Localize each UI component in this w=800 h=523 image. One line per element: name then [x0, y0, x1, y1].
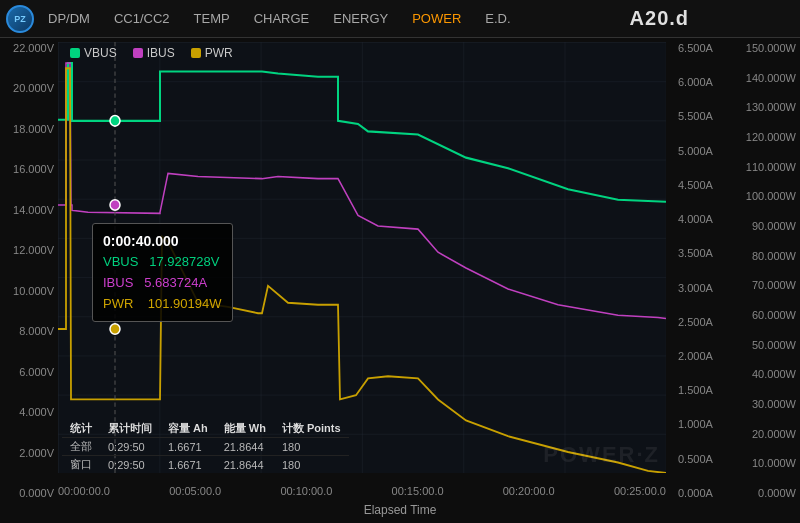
x-1: 00:05:00.0: [169, 485, 221, 497]
tooltip-vbus: VBUS 17.928728V: [103, 252, 222, 273]
y-left-11: 0.000V: [4, 487, 54, 499]
legend-vbus-dot: [70, 48, 80, 58]
stats-all-label: 全部: [62, 438, 100, 456]
logo-text: PZ: [14, 14, 26, 24]
y-left-2: 18.000V: [4, 123, 54, 135]
stats-col-0: 统计: [62, 420, 100, 438]
legend: VBUS IBUS PWR: [70, 46, 233, 60]
logo: PZ: [6, 5, 34, 33]
nav-dp-dm[interactable]: DP/DM: [38, 7, 100, 30]
y-axis-right: 6.500A 6.000A 5.500A 5.000A 4.500A 4.000…: [678, 38, 732, 523]
y-left-7: 8.000V: [4, 325, 54, 337]
stats-win-capacity: 1.6671: [160, 456, 216, 474]
legend-ibus-dot: [133, 48, 143, 58]
stats-col-2: 容量 Ah: [160, 420, 216, 438]
tooltip: 0:00:40.000 VBUS 17.928728V IBUS 5.68372…: [92, 223, 233, 322]
legend-pwr-label: PWR: [205, 46, 233, 60]
nav-power[interactable]: POWER: [402, 7, 471, 30]
x-axis-title: Elapsed Time: [364, 503, 437, 517]
tooltip-time: 0:00:40.000: [103, 230, 222, 252]
tooltip-pwr-val: 101.90194W: [148, 296, 222, 311]
nav-charge[interactable]: CHARGE: [244, 7, 320, 30]
tooltip-pwr-label: PWR: [103, 296, 133, 311]
y-axis-left: 22.000V 20.000V 18.000V 16.000V 14.000V …: [0, 38, 58, 523]
y-left-6: 10.000V: [4, 285, 54, 297]
tooltip-ibus-val: 5.683724A: [144, 275, 207, 290]
nav-cc1-cc2[interactable]: CC1/CC2: [104, 7, 180, 30]
stats-all-energy: 21.8644: [216, 438, 274, 456]
x-4: 00:20:00.0: [503, 485, 555, 497]
x-5: 00:25:00.0: [614, 485, 666, 497]
tooltip-ibus-label: IBUS: [103, 275, 133, 290]
y-left-1: 20.000V: [4, 82, 54, 94]
y-axis-far-right: 150.000W 140.000W 130.000W 120.000W 110.…: [734, 38, 800, 523]
nav-temp[interactable]: TEMP: [184, 7, 240, 30]
stats-row-window: 窗口 0:29:50 1.6671 21.8644 180: [62, 456, 349, 474]
stats-col-1: 累计时间: [100, 420, 160, 438]
stats-all-time: 0:29:50: [100, 438, 160, 456]
legend-ibus: IBUS: [133, 46, 175, 60]
stats-win-count: 180: [274, 456, 349, 474]
stats-row-all: 全部 0:29:50 1.6671 21.8644 180: [62, 438, 349, 456]
x-axis: 00:00:00.0 00:05:00.0 00:10:00.0 00:15:0…: [58, 485, 666, 497]
y-left-3: 16.000V: [4, 163, 54, 175]
legend-vbus: VBUS: [70, 46, 117, 60]
stats-col-3: 能量 Wh: [216, 420, 274, 438]
tooltip-pwr: PWR 101.90194W: [103, 294, 222, 315]
y-left-10: 2.000V: [4, 447, 54, 459]
stats-col-4: 计数 Points: [274, 420, 349, 438]
stats-table: 统计 累计时间 容量 Ah 能量 Wh 计数 Points 全部 0:29:50…: [62, 420, 349, 473]
svg-point-5: [110, 324, 120, 335]
stats-win-label: 窗口: [62, 456, 100, 474]
x-0: 00:00:00.0: [58, 485, 110, 497]
legend-pwr-dot: [191, 48, 201, 58]
x-2: 00:10:00.0: [280, 485, 332, 497]
legend-vbus-label: VBUS: [84, 46, 117, 60]
svg-point-3: [110, 116, 120, 127]
stats-all-capacity: 1.6671: [160, 438, 216, 456]
tooltip-ibus: IBUS 5.683724A: [103, 273, 222, 294]
y-left-8: 6.000V: [4, 366, 54, 378]
svg-point-4: [110, 200, 120, 211]
stats-all-count: 180: [274, 438, 349, 456]
x-3: 00:15:00.0: [392, 485, 444, 497]
chart-title: A20.d: [525, 7, 794, 30]
legend-pwr: PWR: [191, 46, 233, 60]
nav-ed[interactable]: E.D.: [475, 7, 520, 30]
y-left-4: 14.000V: [4, 204, 54, 216]
tooltip-vbus-label: VBUS: [103, 254, 138, 269]
chart-container: 22.000V 20.000V 18.000V 16.000V 14.000V …: [0, 38, 800, 523]
topbar: PZ DP/DM CC1/CC2 TEMP CHARGE ENERGY POWE…: [0, 0, 800, 38]
stats-win-energy: 21.8644: [216, 456, 274, 474]
y-left-0: 22.000V: [4, 42, 54, 54]
legend-ibus-label: IBUS: [147, 46, 175, 60]
tooltip-vbus-val: 17.928728V: [149, 254, 219, 269]
y-left-9: 4.000V: [4, 406, 54, 418]
y-left-5: 12.000V: [4, 244, 54, 256]
watermark: POWER·Z: [543, 442, 660, 468]
stats-win-time: 0:29:50: [100, 456, 160, 474]
nav-energy[interactable]: ENERGY: [323, 7, 398, 30]
